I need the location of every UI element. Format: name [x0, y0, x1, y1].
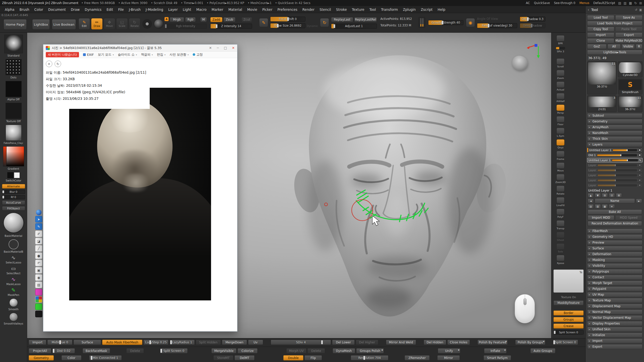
tool-export-button[interactable]: Export	[615, 32, 642, 37]
menu-item[interactable]: Transform	[379, 7, 400, 12]
menu-item[interactable]: Zscript	[419, 7, 435, 12]
tool-thumbnail-3637gak[interactable]: 11 36-37각	[618, 96, 642, 112]
persp-button[interactable]: Persp	[554, 105, 567, 115]
xpose-button[interactable]: Xpose	[554, 255, 567, 265]
split-screen-slider-2[interactable]: Split Screen 0	[160, 348, 188, 353]
tool-thumbnail-simplebrush[interactable]: S SimpleBrush	[618, 78, 642, 95]
swatch-black-icon[interactable]	[35, 311, 42, 317]
panel-section[interactable]: Export	[587, 344, 642, 349]
layer-intensity-slider[interactable]	[612, 159, 638, 161]
load-tool-button[interactable]: Load Tool	[587, 15, 614, 20]
aahalf-button[interactable]: AAHalf	[554, 93, 567, 103]
ghost-button[interactable]: Ghost	[554, 232, 567, 242]
home-page-button[interactable]: Home Page	[4, 19, 27, 30]
menu-item[interactable]: File	[116, 7, 126, 12]
dist-slider[interactable]: Dist 0.02	[52, 348, 75, 353]
stroke-type-icon[interactable]	[142, 19, 152, 29]
material-thumbnail[interactable]	[6, 125, 22, 141]
delete-button[interactable]: Delete	[126, 348, 144, 353]
rotate-button[interactable]: ↻Rotate	[129, 18, 140, 30]
menu-item[interactable]: Layer	[166, 7, 180, 12]
morph-uv-button[interactable]: Morph UV	[286, 348, 306, 353]
layer-intensity-slider[interactable]	[597, 164, 637, 166]
del-hidden-button[interactable]: Del Hidden	[424, 340, 446, 345]
zcut-button[interactable]: Zcut	[242, 17, 252, 22]
layer-misc-icon[interactable]: ▥	[595, 204, 601, 209]
pin-icon[interactable]	[36, 210, 42, 215]
swatch-green-icon[interactable]	[35, 303, 42, 310]
panel-section[interactable]: Polypaint	[587, 286, 642, 291]
sculpted-head-model[interactable]	[249, 40, 530, 338]
move-button[interactable]: ✥Move	[104, 18, 115, 30]
eraser-icon[interactable]: ◪	[35, 238, 42, 244]
layer-row[interactable]: Old 1	[587, 153, 642, 157]
record-deformation-animation-button[interactable]: Record Deformation Animation	[588, 221, 642, 226]
secondary-color-swatch[interactable]	[14, 172, 20, 178]
panel-section[interactable]: NanoMesh	[587, 130, 642, 135]
basic-material-b-icon[interactable]	[9, 239, 19, 249]
layer-next-icon[interactable]: ►	[636, 199, 642, 203]
menu-item[interactable]: Stroke	[334, 7, 349, 12]
menu-item[interactable]: Stencil	[317, 7, 333, 12]
auto-mask-fibermesh-button[interactable]: Auto Mask FiberMesh	[102, 340, 142, 345]
mergedown-button[interactable]: MergeDown	[222, 340, 247, 345]
switch-color-swatches[interactable]	[7, 172, 20, 178]
panel-section[interactable]: Surface	[587, 246, 642, 251]
panel-section[interactable]: Initialize	[587, 333, 642, 338]
polish-by-features-slider[interactable]: Polish By Features	[477, 340, 508, 345]
import-mdd-button[interactable]: Import MDD	[588, 215, 614, 220]
frame-button[interactable]: Frame	[554, 151, 567, 161]
layer-intensity-slider[interactable]	[613, 149, 637, 151]
layer-down-icon[interactable]: ▼	[595, 193, 601, 198]
flip-button[interactable]: Flip	[304, 355, 322, 360]
mdd-speed-slider[interactable]: MDD Speed	[615, 215, 642, 220]
import-button[interactable]: Import	[29, 340, 46, 345]
goz-r-button[interactable]: R	[636, 44, 642, 49]
surface-button[interactable]: Surface	[73, 340, 101, 345]
main-color-swatch[interactable]	[7, 172, 13, 178]
auto-groups-button[interactable]: Auto Groups	[530, 348, 555, 353]
obj-shadow-slider[interactable]: ObjShadow 0.3	[520, 17, 545, 22]
min-connected-slider[interactable]: Min Connected 1	[89, 355, 122, 360]
menu-item[interactable]: Alpha	[3, 7, 17, 12]
panel-section[interactable]: Geometry	[587, 119, 642, 124]
tool-thumbnail-2gak31[interactable]: 3 2각31	[587, 96, 617, 112]
menu-item[interactable]: Movie	[245, 7, 260, 12]
spix-slider[interactable]: SPix 3	[554, 47, 567, 57]
split-screen-slider-tray[interactable]: Split Screen 0	[553, 330, 584, 335]
panel-section[interactable]: Texture Map	[587, 298, 642, 303]
layer-duplicate-icon[interactable]: ⊠	[616, 193, 622, 198]
layer-row[interactable]: Layer	[587, 163, 642, 167]
exif-button[interactable]: EXIF	[83, 53, 94, 57]
screen-icon[interactable]: ▣	[35, 267, 42, 274]
select-rect-icon[interactable]: ▭	[11, 266, 16, 271]
blur-slider[interactable]: Blur 0	[2, 190, 25, 194]
camera-icon[interactable]: ◉	[35, 274, 42, 281]
panel-section[interactable]: Deformation	[587, 252, 642, 257]
focal-shift-slider[interactable]: Focal Shift 0	[270, 17, 305, 22]
info-refresh-icon[interactable]: ↻	[55, 61, 61, 67]
replay-last-rel-button[interactable]: ReplayLastRel	[354, 17, 377, 22]
panel-section[interactable]: Vector Displacement Map	[587, 315, 642, 320]
mrgb-button[interactable]: Mrgb	[170, 17, 184, 22]
scroll-button[interactable]: Scroll	[554, 58, 567, 69]
layer-misc-icon[interactable]: ≡	[609, 204, 615, 209]
gravity-strength-slider[interactable]: Gravity Strength 40	[428, 20, 463, 25]
lightbox-button[interactable]: LightBox	[32, 19, 50, 30]
menu-item[interactable]: Render	[300, 7, 317, 12]
lazystep-slider[interactable]: LazyStep 0.25	[143, 340, 169, 345]
rgb-intensity-slider[interactable]: Rgb Intensity	[165, 24, 207, 29]
point-sliders-icon[interactable]	[419, 17, 425, 28]
backfacemask-button[interactable]: BackfaceMask	[83, 348, 110, 353]
layer-misc-icon[interactable]: ▤	[588, 204, 594, 209]
quicksave-button[interactable]: QuickSave	[534, 1, 550, 5]
save-as-button[interactable]: Save As	[615, 15, 642, 20]
honeyview-window[interactable]: 사진 > 54efd410400131a6e24ab6f068af04ed.jp…	[43, 44, 237, 332]
viewer-content[interactable]: ✕ ↻ 파일 이름: 54efd410400131a6e24ab6f068af0…	[43, 58, 237, 331]
layer-visibility-icon[interactable]	[638, 174, 641, 177]
panel-section[interactable]: Polygroups	[587, 269, 642, 274]
layer-intensity-slider[interactable]	[597, 179, 637, 182]
delmt-button[interactable]: DelMT	[234, 355, 255, 360]
view-mode-menu[interactable]: 보기 모드	[98, 53, 114, 57]
accucurve-button[interactable]: AccuCurve	[2, 200, 25, 205]
